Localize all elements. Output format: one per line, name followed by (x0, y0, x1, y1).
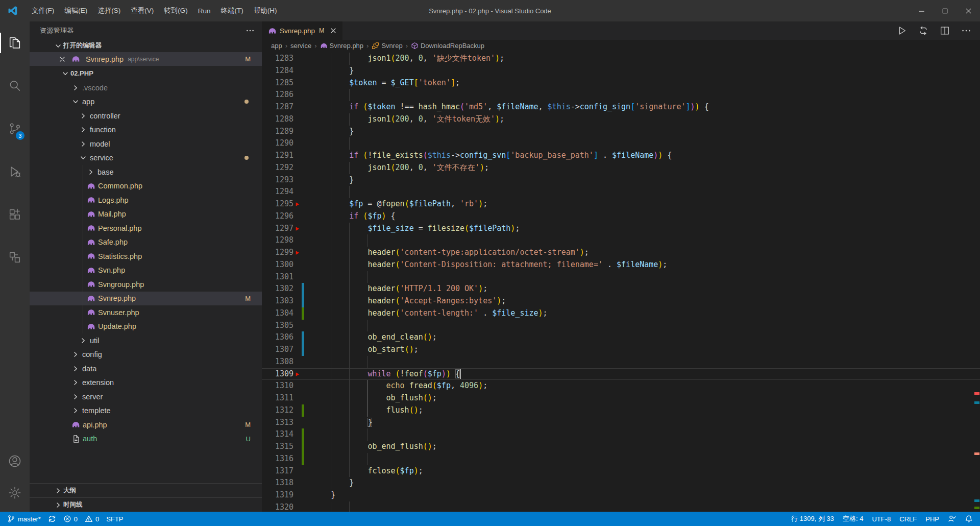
line-number[interactable]: 1315 (262, 441, 293, 453)
tree-item-data[interactable]: data (30, 362, 262, 376)
line-number[interactable]: 1287 (262, 101, 293, 113)
more-actions-icon[interactable] (246, 26, 255, 35)
code-line[interactable]: 1297 $file_size = filesize($filePath); (262, 223, 980, 235)
code-line[interactable]: 1315 ob_end_flush(); (262, 441, 980, 453)
status-notifications[interactable] (965, 512, 973, 526)
code-line[interactable]: 1298 (262, 234, 980, 247)
line-number[interactable]: 1306 (262, 331, 293, 344)
line-number[interactable]: 1302 (262, 283, 293, 295)
line-number[interactable]: 1301 (262, 271, 293, 283)
line-number[interactable]: 1284 (262, 65, 293, 77)
code-line[interactable]: 1309 while (!feof($fp)) { (262, 368, 980, 380)
code-line[interactable]: 1285 $token = $_GET['token']; (262, 77, 980, 89)
close-icon[interactable] (58, 55, 66, 63)
run-icon[interactable] (896, 25, 908, 36)
line-number[interactable]: 1299 (262, 247, 293, 259)
line-number[interactable]: 1312 (262, 404, 293, 417)
code-line[interactable]: 1306 ob_end_clean(); (262, 331, 980, 344)
line-number[interactable]: 1296 (262, 210, 293, 223)
line-number[interactable]: 1293 (262, 174, 293, 186)
line-number[interactable]: 1319 (262, 489, 293, 501)
code-line[interactable]: 1296 if ($fp) { (262, 210, 980, 223)
code-line[interactable]: 1316 (262, 453, 980, 465)
workspace-root[interactable]: 02.PHP (30, 66, 262, 81)
status-indentation[interactable]: 空格: 4 (843, 512, 863, 526)
tree-item-templete[interactable]: templete (30, 404, 262, 418)
open-editor-item[interactable]: Svnrep.php app\service M (30, 52, 262, 66)
breadcrumb-item-svnrep[interactable]: Svnrep (372, 42, 402, 50)
line-number[interactable]: 1304 (262, 307, 293, 320)
code-line[interactable]: 1299 header('content-type:application/oc… (262, 247, 980, 259)
line-number[interactable]: 1314 (262, 428, 293, 441)
tree-item-app[interactable]: app (30, 95, 262, 109)
code-line[interactable]: 1317 fclose($fp); (262, 465, 980, 477)
tree-item-svngroup-php[interactable]: Svngroup.php (30, 277, 262, 292)
tree-item-update-php[interactable]: Update.php (30, 320, 262, 334)
tree-item-controller[interactable]: controller (30, 109, 262, 123)
code-line[interactable]: 1320 (262, 501, 980, 512)
close-button[interactable] (957, 0, 980, 21)
sync-changes-icon[interactable] (918, 25, 929, 36)
tree-item-logs-php[interactable]: Logs.php (30, 193, 262, 207)
menu-item-run[interactable]: Run (193, 0, 216, 21)
tree-item-base[interactable]: base (30, 165, 262, 179)
code-line[interactable]: 1303 header('Accept-Ranges:bytes'); (262, 295, 980, 307)
line-number[interactable]: 1308 (262, 356, 293, 368)
line-number[interactable]: 1292 (262, 162, 293, 174)
tree-item-personal-php[interactable]: Personal.php (30, 221, 262, 235)
tree-item-model[interactable]: model (30, 137, 262, 151)
status-language[interactable]: PHP (925, 512, 939, 526)
status-cursor-position[interactable]: 行 1309, 列 33 (791, 512, 834, 526)
line-number[interactable]: 1317 (262, 465, 293, 477)
code-line[interactable]: 1307 ob_start(); (262, 344, 980, 356)
overview-ruler[interactable] (973, 51, 980, 512)
line-number[interactable]: 1295 (262, 198, 293, 210)
line-number[interactable]: 1316 (262, 453, 293, 465)
code-line[interactable]: 1301 (262, 271, 980, 283)
code-line[interactable]: 1288 json1(200, 0, '文件token无效'); (262, 113, 980, 126)
open-editors-section[interactable]: 打开的编辑器 (30, 39, 262, 52)
activity-explorer[interactable] (0, 21, 30, 64)
code-line[interactable]: 1314 (262, 428, 980, 441)
activity-run-debug[interactable] (0, 150, 30, 193)
line-number[interactable]: 1286 (262, 89, 293, 101)
status-sync[interactable] (48, 512, 56, 526)
status-errors[interactable]: 0 (63, 512, 78, 526)
tree-item-service[interactable]: service (30, 151, 262, 165)
tree-item-statistics-php[interactable]: Statistics.php (30, 249, 262, 264)
tree-item-function[interactable]: function (30, 123, 262, 137)
split-editor-icon[interactable] (939, 25, 950, 36)
line-number[interactable]: 1285 (262, 77, 293, 89)
maximize-button[interactable] (933, 0, 957, 21)
tree-item-common-php[interactable]: Common.php (30, 179, 262, 194)
status-encoding[interactable]: UTF-8 (872, 512, 891, 526)
line-number[interactable]: 1300 (262, 259, 293, 271)
line-number[interactable]: 1307 (262, 344, 293, 356)
menu-item-e[interactable]: 编辑(E) (59, 0, 92, 21)
menu-item-g[interactable]: 转到(G) (159, 0, 193, 21)
code-line[interactable]: 1290 (262, 137, 980, 150)
tree-item-mail-php[interactable]: Mail.php (30, 207, 262, 222)
activity-remote-explorer[interactable] (0, 236, 30, 279)
activity-extensions[interactable] (0, 193, 30, 236)
line-number[interactable]: 1309 (262, 368, 293, 380)
code-line[interactable]: 1305 (262, 320, 980, 332)
line-number[interactable]: 1311 (262, 392, 293, 404)
line-number[interactable]: 1305 (262, 320, 293, 332)
code-line[interactable]: 1318 } (262, 477, 980, 489)
close-icon[interactable] (329, 27, 337, 35)
line-number[interactable]: 1320 (262, 501, 293, 512)
line-number[interactable]: 1313 (262, 417, 293, 429)
tab-svnrep[interactable]: Svnrep.php M (262, 21, 343, 40)
line-number[interactable]: 1283 (262, 53, 293, 65)
activity-search[interactable] (0, 64, 30, 107)
status-feedback[interactable] (948, 512, 956, 526)
timeline-section[interactable]: 时间线 (30, 497, 262, 512)
code-line[interactable]: 1287 if ($token !== hash_hmac('md5', $fi… (262, 101, 980, 113)
tree-item-safe-php[interactable]: Safe.php (30, 235, 262, 250)
breadcrumb-item-downloadrepbackup[interactable]: DownloadRepBackup (411, 42, 484, 50)
code-line[interactable]: 1295 $fp = @fopen($filePath, 'rb'); (262, 198, 980, 210)
code-line[interactable]: 1313 } (262, 417, 980, 429)
status-eol[interactable]: CRLF (899, 512, 917, 526)
tree-item-extension[interactable]: extension (30, 376, 262, 390)
